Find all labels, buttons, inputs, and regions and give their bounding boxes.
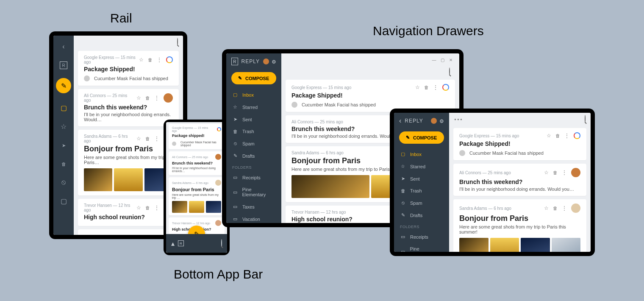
menu-icon[interactable] bbox=[171, 240, 175, 248]
drawer-item-spam[interactable]: Spam bbox=[394, 197, 449, 209]
delete-icon[interactable] bbox=[553, 170, 558, 176]
email-item[interactable]: Google Express — 15 mins ago Package Shi… bbox=[286, 80, 455, 112]
drawer-folders-list: Receipts Pine Elementary Taxes Vacation … bbox=[394, 231, 449, 252]
sync-icon bbox=[574, 132, 580, 139]
search-icon[interactable] bbox=[449, 68, 450, 75]
delete-icon[interactable] bbox=[145, 95, 150, 101]
more-icon[interactable] bbox=[157, 57, 162, 63]
email-item[interactable]: Sandra Adams — 6 hrs ago Bonjour from Pa… bbox=[453, 199, 586, 252]
email-meta: Google Express — 15 mins ago bbox=[84, 55, 136, 64]
rail-starred[interactable] bbox=[56, 119, 71, 134]
star-icon[interactable] bbox=[544, 170, 549, 176]
email-subject: Package Shipped! bbox=[84, 64, 173, 74]
email-meta: Sandra Adams — 6 hrs ago bbox=[84, 134, 133, 143]
drawer-item-sent[interactable]: Sent bbox=[226, 113, 281, 125]
drawer-folders-heading: FOLDERS bbox=[226, 162, 281, 171]
search-icon[interactable] bbox=[221, 240, 222, 247]
drawer-folder[interactable]: Receipts bbox=[394, 231, 449, 243]
logo-icon[interactable]: R bbox=[231, 58, 238, 65]
star-icon[interactable] bbox=[136, 136, 141, 142]
email-preview: Cucumber Mask Facial has shipped bbox=[302, 102, 376, 107]
email-meta: Google Express — 15 mins ago bbox=[291, 85, 412, 90]
image-attachments bbox=[459, 238, 580, 252]
drawer-item-inbox[interactable]: Inbox bbox=[394, 148, 449, 160]
drawer-item-spam[interactable]: Spam bbox=[226, 137, 281, 150]
drawer-item-starred[interactable]: Starred bbox=[226, 101, 281, 113]
star-icon[interactable] bbox=[415, 84, 420, 90]
drawer-folder[interactable]: Receipts bbox=[226, 171, 281, 184]
email-subject: Bonjour from Paris bbox=[84, 143, 173, 155]
avatar bbox=[571, 203, 580, 213]
sync-icon bbox=[442, 84, 449, 91]
compose-button[interactable]: COMPOSE bbox=[231, 72, 276, 84]
email-preview: I'll be in your neighborhood doing erran… bbox=[172, 167, 221, 173]
rail-drafts[interactable] bbox=[56, 193, 71, 209]
settings-icon[interactable] bbox=[439, 117, 444, 125]
more-icon[interactable] bbox=[562, 205, 567, 211]
avatar bbox=[215, 220, 221, 226]
drawer-item-sent[interactable]: Sent bbox=[394, 173, 449, 185]
drawer-folder[interactable]: Vacation bbox=[226, 213, 281, 223]
more-icon[interactable] bbox=[154, 95, 159, 101]
email-meta: Sandra Adams — 6 hrs ago bbox=[459, 206, 541, 211]
app-title: REPLY bbox=[405, 118, 427, 124]
email-subject: Bonjour from Paris bbox=[172, 186, 221, 193]
email-item[interactable]: Ali Connors — 25 mins ago Brunch this we… bbox=[453, 164, 586, 196]
more-icon[interactable] bbox=[154, 136, 159, 142]
drawer-folder[interactable]: Pine Elementary bbox=[394, 243, 449, 252]
search-icon[interactable] bbox=[177, 38, 178, 46]
email-item[interactable]: Google Express — 15 mins ago Package shi… bbox=[169, 124, 225, 149]
drawer-item-starred[interactable]: Starred bbox=[394, 160, 449, 173]
top-bar bbox=[74, 36, 183, 48]
more-icon[interactable] bbox=[433, 84, 438, 90]
window-controls[interactable]: — ▢ ✕ bbox=[432, 58, 454, 62]
avatar bbox=[571, 168, 580, 177]
rail-logo[interactable]: R bbox=[56, 58, 71, 73]
drawer-main-list: Inbox Starred Sent Trash Spam Drafts bbox=[226, 89, 281, 162]
device-phone: Google Express — 15 mins ago Package shi… bbox=[164, 120, 230, 255]
rail-sent[interactable] bbox=[56, 137, 71, 153]
account-avatar[interactable] bbox=[431, 118, 437, 124]
delete-icon[interactable] bbox=[145, 205, 150, 211]
email-item[interactable]: Ali Connors — 25 mins ago Brunch this we… bbox=[169, 151, 225, 175]
rail-spam[interactable] bbox=[56, 175, 71, 190]
delete-icon[interactable] bbox=[424, 84, 429, 90]
star-icon[interactable] bbox=[547, 133, 551, 139]
drawer-item-trash[interactable]: Trash bbox=[394, 185, 449, 197]
email-item[interactable]: Google Express — 15 mins ago Package Shi… bbox=[78, 51, 179, 86]
star-icon[interactable] bbox=[136, 95, 141, 101]
account-avatar[interactable] bbox=[263, 59, 269, 64]
delete-icon[interactable] bbox=[145, 136, 150, 142]
email-item[interactable]: Sandra Adams — 6 hrs ago Bonjour from Pa… bbox=[169, 177, 225, 215]
star-icon[interactable] bbox=[544, 205, 549, 211]
more-icon[interactable] bbox=[564, 133, 569, 139]
star-icon[interactable] bbox=[136, 205, 141, 211]
drawer-item-trash[interactable]: Trash bbox=[226, 125, 281, 137]
rail-trash[interactable] bbox=[56, 156, 71, 171]
search-icon[interactable] bbox=[585, 115, 586, 123]
logo-icon[interactable]: R bbox=[178, 240, 184, 246]
nav-drawer: REPLY COMPOSE Inbox Starred Sent Trash S… bbox=[394, 113, 449, 252]
delete-icon[interactable] bbox=[553, 205, 558, 211]
drawer-item-inbox[interactable]: Inbox bbox=[226, 89, 281, 101]
drawer-item-drafts[interactable]: Drafts bbox=[226, 150, 281, 162]
drawer-item-drafts[interactable]: Drafts bbox=[394, 209, 449, 221]
email-item[interactable]: Google Express — 15 mins ago Package Shi… bbox=[453, 128, 586, 160]
delete-icon[interactable] bbox=[555, 133, 560, 139]
rail-inbox[interactable] bbox=[56, 100, 71, 115]
rail-menu-icon[interactable] bbox=[56, 39, 71, 54]
email-subject: Brunch this weekend? bbox=[84, 103, 173, 112]
star-icon[interactable] bbox=[139, 57, 144, 63]
drawer-folder[interactable]: Taxes bbox=[226, 201, 281, 213]
delete-icon[interactable] bbox=[148, 57, 153, 63]
compose-button[interactable]: COMPOSE bbox=[399, 131, 444, 144]
settings-icon[interactable] bbox=[272, 58, 276, 65]
more-icon[interactable] bbox=[562, 170, 567, 176]
email-subject: Package Shipped! bbox=[291, 91, 449, 100]
back-icon[interactable] bbox=[399, 117, 401, 125]
compose-fab[interactable] bbox=[56, 78, 71, 93]
email-item[interactable]: Ali Connors — 25 mins ago Brunch this we… bbox=[78, 89, 179, 126]
drawer-folder[interactable]: Pine Elementary bbox=[226, 184, 281, 201]
email-preview: I'll be in your neighborhood doing erran… bbox=[84, 112, 173, 122]
more-icon[interactable] bbox=[154, 205, 159, 211]
